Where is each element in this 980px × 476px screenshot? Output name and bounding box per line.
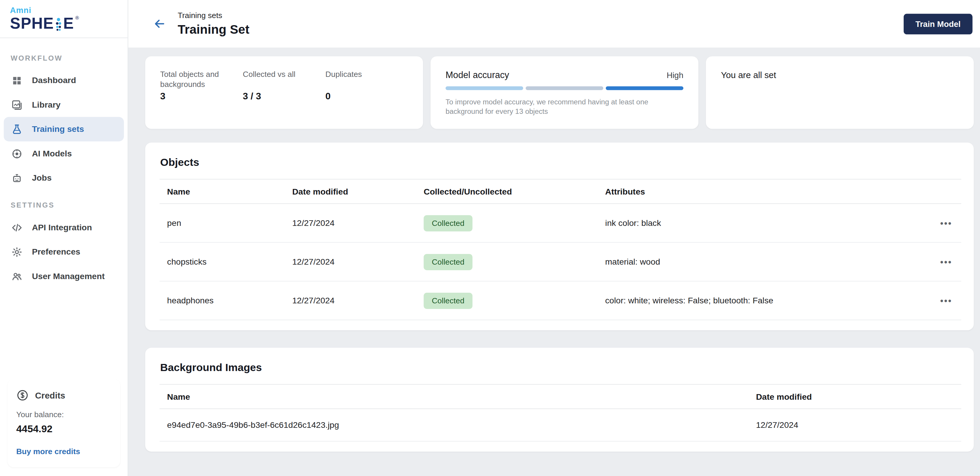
buy-credits-link[interactable]: Buy more credits — [16, 447, 111, 456]
sidebar-item-label: Dashboard — [32, 76, 76, 85]
objects-section: Objects Name Date modified Collected/Unc… — [145, 143, 974, 330]
table-row: e94ed7e0-3a95-49b6-b3ef-6c61d26c1423.jpg… — [159, 409, 961, 442]
sidebar-item-user-management[interactable]: User Management — [4, 264, 124, 289]
sidebar-item-dashboard[interactable]: Dashboard — [4, 68, 124, 93]
row-menu-button[interactable]: ••• — [931, 257, 961, 267]
credits-card: Credits Your balance: 4454.92 Buy more c… — [7, 379, 120, 467]
model-accuracy-card: Model accuracy High To improve model acc… — [431, 56, 698, 129]
breadcrumb: Training sets — [178, 11, 249, 20]
stats-row: Total objects and backgrounds 3 Collecte… — [145, 56, 974, 129]
library-icon — [11, 98, 23, 111]
accuracy-label: Model accuracy — [445, 70, 509, 80]
object-attributes: color: white; wireless: False; bluetooth… — [598, 296, 931, 305]
sidebar-item-preferences[interactable]: Preferences — [4, 240, 124, 264]
sidebar-item-training-sets[interactable]: Training sets — [4, 117, 124, 141]
users-icon — [11, 270, 23, 282]
column-header-attributes: Attributes — [598, 187, 931, 196]
sidebar-item-api-integration[interactable]: API Integration — [4, 215, 124, 240]
flask-icon — [11, 123, 23, 135]
progress-segment — [526, 86, 603, 90]
stat-collected-vs-all: Collected vs all 3 / 3 — [243, 70, 325, 102]
column-header-name: Name — [159, 187, 285, 196]
back-button[interactable] — [149, 13, 170, 34]
balance-label: Your balance: — [16, 410, 111, 419]
balance-value: 4454.92 — [16, 424, 111, 435]
app-window: Amni SPHE E ® WORKFLOW — [0, 0, 980, 476]
status-badge: Collected — [423, 254, 473, 270]
accuracy-note: To improve model accuracy, we recommend … — [445, 98, 683, 116]
ready-text: You are all set — [721, 70, 959, 80]
stat-value: 3 — [160, 91, 243, 102]
sidebar-item-library[interactable]: Library — [4, 92, 124, 117]
ai-model-icon — [11, 147, 23, 160]
brand-amni: Amni — [10, 6, 118, 15]
totals-card: Total objects and backgrounds 3 Collecte… — [145, 56, 423, 129]
sidebar-item-label: Library — [32, 100, 60, 109]
status-card: You are all set — [706, 56, 974, 129]
objects-table-header: Name Date modified Collected/Uncollected… — [159, 179, 961, 204]
objects-title: Objects — [160, 156, 961, 169]
train-model-button[interactable]: Train Model — [904, 13, 972, 34]
dashboard-icon — [11, 74, 23, 87]
object-name: headphones — [159, 296, 285, 305]
dollar-circle-icon — [16, 389, 29, 401]
sidebar-nav: WORKFLOW Dashboard Library Training sets — [0, 38, 128, 288]
page-title: Training Set — [178, 22, 249, 36]
nav-section-settings: SETTINGS — [11, 202, 128, 209]
accuracy-progress-bar — [445, 86, 683, 90]
table-row: headphones 12/27/2024 Collected color: w… — [159, 281, 961, 320]
background-images-section: Background Images Name Date modified e94… — [145, 348, 974, 451]
object-name: pen — [159, 218, 285, 228]
background-filename: e94ed7e0-3a95-49b6-b3ef-6c61d26c1423.jpg — [159, 420, 748, 430]
sidebar-item-label: Jobs — [32, 173, 52, 183]
stat-duplicates: Duplicates 0 — [325, 70, 408, 102]
sidebar: Amni SPHE E ® WORKFLOW — [0, 0, 128, 476]
object-date: 12/27/2024 — [285, 257, 416, 267]
sidebar-item-label: AI Models — [32, 149, 72, 159]
object-date: 12/27/2024 — [285, 218, 416, 228]
object-date: 12/27/2024 — [285, 296, 416, 305]
column-header-status: Collected/Uncollected — [416, 187, 598, 196]
accuracy-level: High — [667, 71, 684, 80]
row-menu-button[interactable]: ••• — [931, 296, 961, 306]
nav-section-workflow: WORKFLOW — [11, 54, 128, 62]
brand-sphere-pre: SPHE — [10, 16, 54, 31]
stat-label: Duplicates — [325, 70, 408, 90]
stat-label: Total objects and backgrounds — [160, 70, 243, 90]
sidebar-item-label: API Integration — [32, 223, 92, 232]
arrow-left-icon — [153, 17, 167, 31]
sidebar-item-jobs[interactable]: Jobs — [4, 166, 124, 190]
column-header-name: Name — [159, 392, 748, 401]
stat-total-objects: Total objects and backgrounds 3 — [160, 70, 243, 102]
sidebar-item-ai-models[interactable]: AI Models — [4, 141, 124, 166]
table-row: chopsticks 12/27/2024 Collected material… — [159, 243, 961, 281]
table-row: pen 12/27/2024 Collected ink color: blac… — [159, 204, 961, 243]
sidebar-item-label: User Management — [32, 271, 105, 281]
progress-segment — [606, 86, 683, 90]
brand-registered-mark: ® — [75, 16, 79, 21]
content: Total objects and backgrounds 3 Collecte… — [128, 48, 980, 476]
code-icon — [11, 221, 23, 233]
object-attributes: ink color: black — [598, 218, 931, 228]
object-name: chopsticks — [159, 257, 285, 267]
brand-sphere: SPHE E ® — [10, 16, 118, 31]
stat-value: 3 / 3 — [243, 91, 325, 102]
main-area: Training sets Training Set Train Model T… — [128, 0, 980, 476]
brand-logo: Amni SPHE E ® — [0, 0, 128, 38]
title-block: Training sets Training Set — [178, 11, 249, 36]
object-attributes: material: wood — [598, 257, 931, 267]
robot-icon — [11, 172, 23, 184]
sidebar-item-label: Training sets — [32, 124, 84, 134]
background-images-title: Background Images — [160, 362, 961, 374]
column-header-date: Date modified — [748, 392, 961, 401]
progress-segment — [445, 86, 523, 90]
stat-label: Collected vs all — [243, 70, 325, 90]
column-header-date: Date modified — [285, 187, 416, 196]
row-menu-button[interactable]: ••• — [931, 218, 961, 228]
stat-value: 0 — [325, 91, 408, 102]
status-badge: Collected — [423, 292, 473, 309]
credits-header: Credits — [16, 389, 111, 401]
credits-title: Credits — [35, 390, 65, 400]
brand-sphere-post: E — [63, 16, 74, 31]
gear-icon — [11, 245, 23, 258]
